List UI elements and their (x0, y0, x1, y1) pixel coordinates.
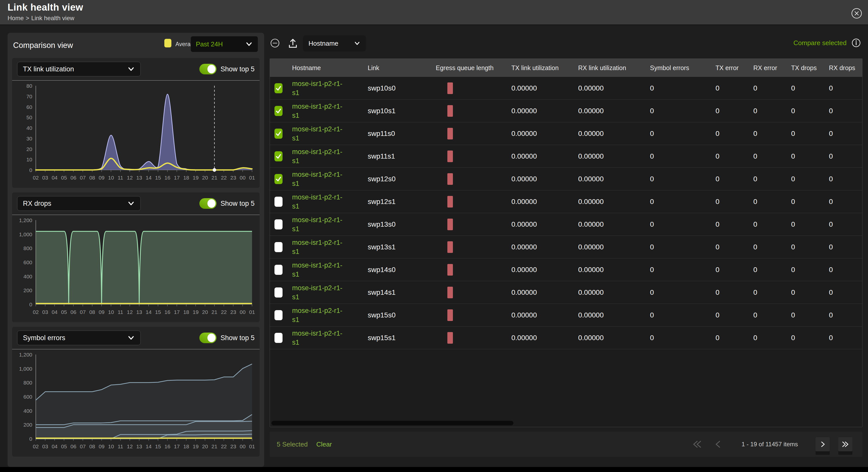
hostname-link[interactable]: mose-isr1-p2-r1-s1 (292, 124, 347, 143)
compare-selected-link[interactable]: Compare selected (794, 39, 846, 47)
tx-util-cell: 0.00000 (507, 281, 574, 303)
rx-drops-cell: 0 (825, 99, 862, 122)
row-checkbox[interactable] (275, 83, 282, 93)
row-checkbox[interactable] (275, 333, 282, 343)
svg-text:10: 10 (108, 309, 114, 315)
svg-text:00: 00 (240, 309, 246, 315)
rx-drops-cell: 0 (825, 77, 862, 99)
svg-text:03: 03 (42, 309, 48, 315)
row-checkbox[interactable] (275, 174, 282, 184)
table-row[interactable]: mose-isr1-p2-r1-s1 swp13s0 0.00000 0.000… (270, 213, 862, 236)
svg-text:70: 70 (27, 93, 32, 99)
close-icon[interactable] (851, 7, 863, 19)
svg-text:14: 14 (146, 443, 152, 449)
row-checkbox[interactable] (275, 219, 282, 230)
egress-queue-bar (447, 196, 453, 207)
svg-text:09: 09 (98, 443, 104, 449)
first-page-icon[interactable] (691, 439, 703, 450)
symbol-errors-cell: 0 (646, 326, 712, 349)
rx-drops-chart: 02004006008001,0001,20002030405060708091… (16, 216, 255, 318)
table-row[interactable]: mose-isr1-p2-r1-s1 swp10s0 0.00000 0.000… (270, 77, 862, 99)
export-icon[interactable] (287, 37, 299, 49)
last-page-button[interactable] (838, 437, 852, 451)
row-checkbox[interactable] (275, 197, 282, 207)
rx-error-cell: 0 (749, 281, 787, 303)
svg-text:13: 13 (136, 309, 142, 315)
rx-drops-cell: 0 (825, 190, 862, 213)
previous-page-icon[interactable] (713, 439, 724, 450)
link-cell: swp12s1 (364, 190, 432, 213)
hostname-link[interactable]: mose-isr1-p2-r1-s1 (292, 193, 347, 211)
table-row[interactable]: mose-isr1-p2-r1-s1 swp11s0 0.00000 0.000… (270, 122, 862, 145)
hostname-link[interactable]: mose-isr1-p2-r1-s1 (292, 147, 347, 166)
rx-util-cell: 0.00000 (574, 77, 646, 99)
tx-link-utilization-chart: 0102030405060708002030405060708091011121… (16, 82, 255, 183)
svg-text:11: 11 (118, 443, 123, 449)
table-row[interactable]: mose-isr1-p2-r1-s1 swp10s1 0.00000 0.000… (270, 99, 862, 122)
svg-text:1,000: 1,000 (19, 232, 32, 237)
tx-util-cell: 0.00000 (507, 145, 574, 168)
svg-text:800: 800 (24, 380, 32, 385)
rx-error-cell: 0 (749, 304, 787, 326)
horizontal-scrollbar[interactable] (272, 421, 514, 425)
show-top5-toggle[interactable] (199, 198, 217, 209)
hostname-link[interactable]: mose-isr1-p2-r1-s1 (292, 170, 347, 188)
metric-select[interactable]: TX link utilization (17, 62, 141, 77)
svg-text:17: 17 (174, 443, 180, 449)
row-checkbox[interactable] (275, 128, 282, 139)
breadcrumb-home[interactable]: Home (7, 14, 24, 22)
row-checkbox[interactable] (275, 106, 282, 116)
next-page-button[interactable] (815, 437, 830, 451)
group-by-select[interactable]: Hostname (303, 35, 366, 52)
table-row[interactable]: mose-isr1-p2-r1-s1 swp14s0 0.00000 0.000… (270, 259, 862, 281)
table-row[interactable]: mose-isr1-p2-r1-s1 swp14s1 0.00000 0.000… (270, 281, 862, 304)
table-row[interactable]: mose-isr1-p2-r1-s1 swp15s1 0.00000 0.000… (270, 326, 862, 349)
egress-queue-bar (447, 105, 453, 117)
tx-drops-cell: 0 (787, 122, 825, 145)
hostname-link[interactable]: mose-isr1-p2-r1-s1 (292, 238, 347, 256)
svg-text:06: 06 (70, 443, 76, 449)
svg-text:07: 07 (80, 309, 86, 315)
time-range-select[interactable]: Past 24H (191, 36, 258, 52)
hostname-link[interactable]: mose-isr1-p2-r1-s1 (292, 306, 347, 324)
hostname-link[interactable]: mose-isr1-p2-r1-s1 (292, 79, 347, 97)
deselect-all-icon[interactable] (270, 38, 280, 49)
hostname-link[interactable]: mose-isr1-p2-r1-s1 (292, 102, 347, 120)
table-row[interactable]: mose-isr1-p2-r1-s1 swp15s0 0.00000 0.000… (270, 304, 862, 326)
metric-select[interactable]: RX drops (17, 196, 141, 211)
clear-selection-button[interactable]: Clear (316, 441, 332, 448)
svg-text:20: 20 (202, 443, 208, 449)
row-checkbox[interactable] (275, 288, 282, 297)
svg-text:04: 04 (52, 175, 58, 180)
table-row[interactable]: mose-isr1-p2-r1-s1 swp11s1 0.00000 0.000… (270, 145, 862, 168)
svg-text:20: 20 (202, 309, 208, 315)
info-icon[interactable] (851, 38, 861, 48)
next-page-icon (818, 440, 827, 448)
table-row[interactable]: mose-isr1-p2-r1-s1 swp12s1 0.00000 0.000… (270, 190, 862, 213)
row-checkbox[interactable] (275, 265, 282, 275)
column-header: TX drops (787, 64, 825, 71)
symbol-errors-cell: 0 (646, 190, 712, 213)
link-cell: swp14s1 (364, 281, 432, 303)
svg-text:23: 23 (230, 175, 236, 180)
hostname-link[interactable]: mose-isr1-p2-r1-s1 (292, 284, 347, 301)
hostname-link[interactable]: mose-isr1-p2-r1-s1 (292, 261, 347, 279)
table-row[interactable]: mose-isr1-p2-r1-s1 swp13s1 0.00000 0.000… (270, 236, 862, 259)
rx-drops-cell: 0 (825, 236, 862, 258)
breadcrumb-separator: > (26, 14, 29, 22)
svg-text:1,200: 1,200 (19, 217, 32, 223)
metric-select[interactable]: Symbol errors (17, 330, 141, 345)
table-body: mose-isr1-p2-r1-s1 swp10s0 0.00000 0.000… (270, 77, 862, 349)
show-top5-toggle[interactable] (199, 332, 217, 343)
hostname-link[interactable]: mose-isr1-p2-r1-s1 (292, 329, 347, 347)
row-checkbox[interactable] (275, 151, 282, 161)
rx-error-cell: 0 (749, 190, 787, 213)
svg-text:12: 12 (127, 443, 132, 449)
hostname-link[interactable]: mose-isr1-p2-r1-s1 (292, 215, 347, 234)
link-cell: swp15s1 (364, 326, 432, 349)
row-checkbox[interactable] (275, 310, 282, 320)
table-row[interactable]: mose-isr1-p2-r1-s1 swp12s0 0.00000 0.000… (270, 168, 862, 190)
row-checkbox[interactable] (275, 242, 282, 252)
column-header: RX link utilization (574, 64, 646, 71)
show-top5-toggle[interactable] (199, 64, 217, 75)
